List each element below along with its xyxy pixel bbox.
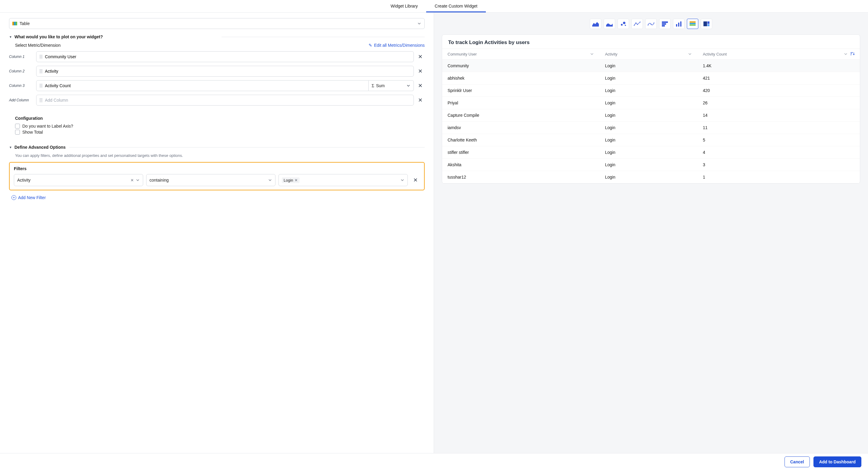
cell-count: 11 — [698, 122, 860, 134]
chevron-down-icon — [400, 178, 404, 182]
remove-filter-button[interactable]: ✕ — [411, 177, 420, 183]
svg-rect-21 — [707, 24, 710, 26]
add-column-input[interactable] — [36, 95, 414, 106]
cell-activity: Login — [599, 146, 697, 159]
column-field[interactable] — [45, 83, 365, 88]
cell-user: abhishek — [442, 72, 599, 85]
label-axis-checkbox[interactable] — [15, 124, 20, 128]
advanced-section-header[interactable]: ▼ Define Advanced Options — [9, 145, 425, 150]
col-header-count[interactable]: Activity Count — [698, 49, 860, 60]
table-row[interactable]: tusshar12 Login 1 — [442, 171, 860, 183]
table-row[interactable]: stifler stifler Login 4 — [442, 146, 860, 159]
widget-type-select[interactable]: Table — [9, 18, 425, 29]
filter-value-chip[interactable]: Login ✕ — [282, 177, 300, 183]
remove-column-button[interactable]: ✕ — [415, 82, 425, 89]
preview-table: Community User Activity Activity Count — [442, 49, 860, 183]
table-row[interactable]: Capture Compile Login 14 — [442, 109, 860, 122]
filter-operator-value: containing — [150, 178, 268, 182]
line-chart-icon[interactable] — [631, 19, 643, 29]
column-row: Column 2 ✕ — [9, 66, 425, 77]
tab-create-custom-widget[interactable]: Create Custom Widget — [426, 0, 486, 12]
pencil-icon: ✎ — [369, 43, 372, 48]
table-row[interactable]: abhishek Login 421 — [442, 72, 860, 85]
column-input[interactable] — [36, 51, 414, 62]
cell-activity: Login — [599, 109, 697, 122]
cell-activity: Login — [599, 159, 697, 171]
widget-type-label: Table — [20, 21, 417, 26]
add-to-dashboard-button[interactable]: Add to Dashboard — [813, 457, 861, 467]
table-icon[interactable] — [687, 19, 698, 29]
cell-count: 26 — [698, 97, 860, 109]
column-row: Column 3 Σ Sum ✕ — [9, 80, 425, 91]
area-chart-icon[interactable] — [590, 19, 601, 29]
plot-section-header[interactable]: ▼ What would you like to plot on your wi… — [9, 34, 425, 39]
select-metric-label: Select Metric/Dimension — [15, 43, 61, 48]
cell-activity: Login — [599, 60, 697, 72]
column-label: Column 2 — [9, 69, 36, 73]
column-field[interactable] — [45, 54, 410, 59]
drag-handle-icon — [39, 84, 42, 88]
table-row[interactable]: Charlotte Keeth Login 5 — [442, 134, 860, 146]
svg-point-2 — [625, 25, 626, 26]
preview-panel: To track Login Activities by users Commu… — [434, 13, 868, 453]
clear-field-icon[interactable]: ✕ — [130, 178, 134, 182]
filter-field-value: Activity — [17, 178, 130, 182]
add-new-filter-link[interactable]: + Add New Filter — [11, 195, 425, 200]
table-row[interactable]: Sprinklr User Login 420 — [442, 85, 860, 97]
edit-all-metrics-link[interactable]: ✎Edit all Metrics/Dimensions — [369, 43, 425, 48]
show-total-text: Show Total — [22, 130, 43, 135]
col-header-user[interactable]: Community User — [442, 49, 599, 60]
cancel-button[interactable]: Cancel — [784, 457, 810, 467]
column-input[interactable] — [36, 66, 414, 77]
configuration-title: Configuration — [15, 116, 425, 121]
cell-count: 1 — [698, 171, 860, 183]
remove-column-button[interactable]: ✕ — [415, 97, 425, 104]
cell-activity: Login — [599, 122, 697, 134]
column-input[interactable] — [36, 80, 369, 91]
column-row: Column 1 ✕ — [9, 51, 425, 62]
sort-desc-icon[interactable] — [850, 52, 855, 56]
col-header-activity[interactable]: Activity — [599, 49, 697, 60]
label-axis-text: Do you want to Label Axis? — [22, 124, 73, 128]
add-column-label: Add Column — [9, 98, 36, 102]
filter-value-select[interactable]: Login ✕ — [278, 174, 408, 186]
add-column-field[interactable] — [45, 98, 410, 102]
line-chart-smooth-icon[interactable] — [645, 19, 657, 29]
bubble-chart-icon[interactable] — [618, 19, 629, 29]
remove-column-button[interactable]: ✕ — [415, 68, 425, 75]
bar-chart-icon[interactable] — [673, 19, 684, 29]
add-filter-text: Add New Filter — [18, 195, 46, 200]
table-row[interactable]: Akshita Login 3 — [442, 159, 860, 171]
table-row[interactable]: Community Login 1.4K — [442, 60, 860, 72]
cell-user: Akshita — [442, 159, 599, 171]
table-row[interactable]: Priyal Login 26 — [442, 97, 860, 109]
spline-area-icon[interactable] — [604, 19, 615, 29]
stacked-bar-icon[interactable] — [659, 19, 671, 29]
config-panel: Table ▼ What would you like to plot on y… — [0, 13, 434, 453]
drag-handle-icon — [39, 55, 42, 59]
column-label: Column 3 — [9, 84, 36, 88]
filter-field-select[interactable]: Activity ✕ — [14, 174, 143, 186]
remove-column-button[interactable]: ✕ — [415, 53, 425, 60]
table-row[interactable]: iamdsv Login 11 — [442, 122, 860, 134]
svg-rect-18 — [689, 24, 695, 26]
footer-actions: Cancel Add to Dashboard — [0, 453, 868, 470]
svg-point-1 — [623, 22, 625, 24]
column-field[interactable] — [45, 69, 410, 74]
preview-card: To track Login Activities by users Commu… — [442, 34, 860, 184]
chevron-down-icon — [844, 52, 848, 56]
tab-widget-library[interactable]: Widget Library — [382, 0, 426, 12]
svg-point-0 — [621, 24, 623, 26]
svg-rect-13 — [676, 24, 677, 27]
filter-operator-select[interactable]: containing — [146, 174, 276, 186]
cell-activity: Login — [599, 85, 697, 97]
chart-type-selector — [442, 19, 860, 29]
remove-chip-icon[interactable]: ✕ — [294, 178, 298, 182]
edit-all-text: Edit all Metrics/Dimensions — [374, 43, 425, 48]
collapse-triangle-icon: ▼ — [9, 146, 12, 149]
cell-count: 421 — [698, 72, 860, 85]
treemap-icon[interactable] — [701, 19, 712, 29]
aggregation-select[interactable]: Σ Sum — [369, 80, 414, 91]
show-total-checkbox[interactable] — [15, 130, 20, 135]
preview-title: To track Login Activities by users — [442, 35, 860, 49]
